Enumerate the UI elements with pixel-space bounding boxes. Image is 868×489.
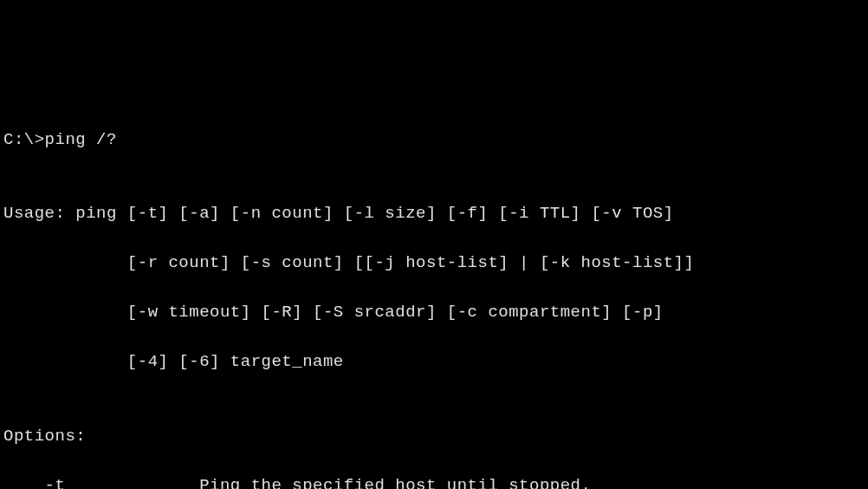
usage-line-4: [-4] [-6] target_name [3,349,868,375]
usage-line-3: [-w timeout] [-R] [-S srcaddr] [-c compa… [3,300,868,325]
terminal-window[interactable]: C:\>ping /? Usage: ping [-t] [-a] [-n co… [3,102,868,489]
usage-line-2: [-r count] [-s count] [[-j host-list] | … [3,251,868,276]
usage-line-1: Usage: ping [-t] [-a] [-n count] [-l siz… [3,201,868,226]
options-header: Options: [3,424,868,449]
option-t-line-1: -t Ping the specified host until stopped… [3,473,868,490]
command-prompt-line: C:\>ping /? [3,127,868,153]
